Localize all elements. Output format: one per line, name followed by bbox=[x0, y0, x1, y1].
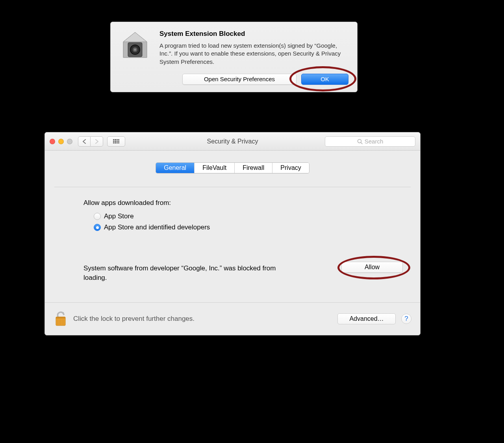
svg-line-5 bbox=[361, 142, 362, 144]
allow-apps-label: Allow apps downloaded from: bbox=[83, 199, 404, 207]
radio-identified-label: App Store and identified developers bbox=[104, 223, 210, 231]
show-all-button[interactable] bbox=[107, 136, 125, 147]
tab-segment: General FileVault Firewall Privacy bbox=[156, 162, 309, 173]
lock-text: Click the lock to prevent further change… bbox=[73, 315, 332, 323]
security-house-safe-icon bbox=[119, 30, 151, 61]
dialog-text: A program tried to load new system exten… bbox=[159, 42, 348, 66]
tab-filevault[interactable]: FileVault bbox=[195, 163, 235, 173]
tab-privacy[interactable]: Privacy bbox=[272, 163, 309, 173]
search-input[interactable]: Search bbox=[325, 136, 415, 147]
radio-icon bbox=[94, 213, 101, 220]
radio-app-store-label: App Store bbox=[104, 212, 134, 220]
tab-firewall[interactable]: Firewall bbox=[235, 163, 272, 173]
close-window-button[interactable] bbox=[50, 139, 55, 144]
blocked-software-text: System software from developer “Google, … bbox=[83, 264, 296, 283]
advanced-button[interactable]: Advanced… bbox=[337, 313, 396, 324]
grid-icon bbox=[113, 139, 119, 144]
radio-app-store[interactable]: App Store bbox=[94, 212, 404, 220]
svg-rect-7 bbox=[56, 317, 65, 318]
search-placeholder: Search bbox=[365, 138, 384, 145]
forward-button[interactable] bbox=[91, 136, 103, 147]
radio-icon bbox=[94, 224, 101, 231]
minimize-window-button[interactable] bbox=[58, 139, 64, 144]
lock-icon[interactable] bbox=[54, 310, 68, 328]
allow-button[interactable]: Allow bbox=[341, 262, 403, 273]
help-button[interactable]: ? bbox=[401, 314, 411, 324]
ok-button[interactable]: OK bbox=[301, 74, 348, 85]
system-extension-blocked-dialog: System Extension Blocked A program tried… bbox=[110, 22, 358, 92]
search-icon bbox=[357, 139, 363, 144]
open-security-preferences-button[interactable]: Open Security Preferences bbox=[182, 74, 296, 85]
window-titlebar: Security & Privacy Search bbox=[45, 132, 420, 151]
tab-general[interactable]: General bbox=[156, 163, 195, 173]
zoom-window-button[interactable] bbox=[67, 139, 72, 144]
security-privacy-window: Security & Privacy Search General FileVa… bbox=[44, 132, 421, 335]
svg-point-3 bbox=[134, 48, 136, 51]
radio-app-store-identified[interactable]: App Store and identified developers bbox=[94, 223, 404, 231]
dialog-title: System Extension Blocked bbox=[159, 30, 348, 38]
back-button[interactable] bbox=[78, 136, 91, 147]
